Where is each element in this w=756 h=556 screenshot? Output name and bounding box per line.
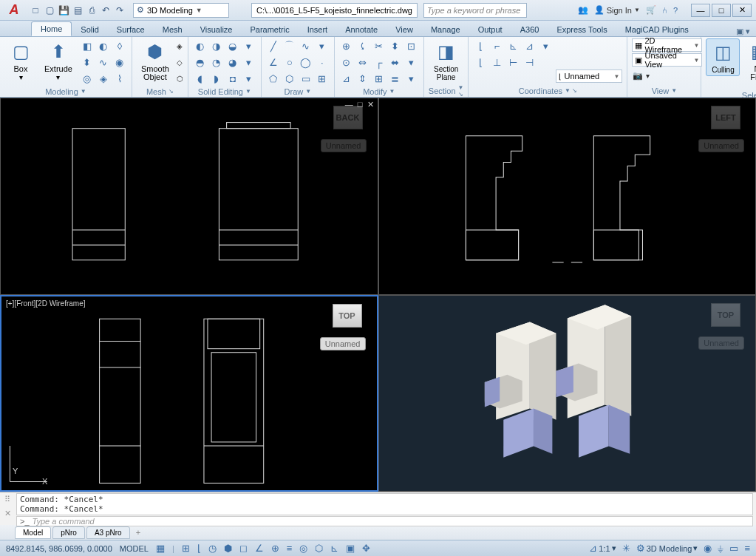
- intersect-icon[interactable]: ◈: [96, 71, 111, 86]
- ortho-icon[interactable]: ⌊: [197, 543, 201, 554]
- saveas-icon[interactable]: ▤: [72, 4, 84, 16]
- polar-icon[interactable]: ◷: [208, 543, 217, 554]
- dyn-icon[interactable]: ⊕: [271, 543, 279, 554]
- open-icon[interactable]: ▢: [44, 4, 55, 16]
- cycle-icon[interactable]: ◎: [299, 543, 307, 554]
- workspace-label: 3D Modeling: [147, 6, 193, 15]
- print-icon[interactable]: ⎙: [86, 4, 98, 16]
- smooth-button[interactable]: ⬢Smooth Object: [137, 38, 174, 83]
- close-button[interactable]: ✕: [732, 4, 752, 17]
- a360-icon[interactable]: ⑃: [662, 6, 667, 15]
- iso-icon[interactable]: ⬢: [224, 543, 232, 554]
- add-layout-button[interactable]: +: [132, 526, 145, 538]
- workspace-dropdown[interactable]: ⚙ 3D Modeling ▼: [133, 3, 229, 18]
- tab-magicad[interactable]: MagiCAD Plugins: [616, 23, 698, 36]
- model-toggle[interactable]: MODEL: [120, 544, 149, 553]
- viewport-bottom-right[interactable]: TOP Unnamed: [378, 295, 757, 492]
- search-input[interactable]: Type a keyword or phrase: [423, 3, 527, 18]
- lw-icon[interactable]: ≡: [287, 543, 293, 554]
- section-plane-button[interactable]: ◨Section Plane: [429, 38, 464, 83]
- union-icon[interactable]: ◉: [112, 55, 127, 70]
- view-camera[interactable]: 📷▾: [632, 68, 702, 83]
- svg-rect-4: [227, 123, 290, 129]
- command-line: ⠿ ✕ Command: *Cancel* Command: *Cancel* …: [0, 492, 756, 525]
- tab-pnro[interactable]: pNro: [52, 526, 85, 539]
- maximize-button[interactable]: □: [712, 4, 731, 17]
- scale-display[interactable]: ⊿ 1:1 ▾: [589, 543, 616, 554]
- presspull-icon[interactable]: ⬍: [80, 55, 95, 70]
- clean-icon[interactable]: ▭: [729, 543, 738, 554]
- revolve-icon[interactable]: ◐: [96, 38, 111, 53]
- extrude-button[interactable]: ⬆Extrude▾: [40, 38, 77, 83]
- viewport-bottom-left[interactable]: [+][Front][2D Wireframe] TOP Unnamed Y X: [0, 295, 378, 492]
- coord-tools: ⌊⌐⊾⊿▾ ⌊⊥⊢⊣: [473, 38, 553, 70]
- culling-button[interactable]: ◫Culling: [706, 38, 740, 76]
- svg-rect-8: [593, 230, 638, 260]
- visual-style-dropdown[interactable]: ▦2D Wireframe▼: [632, 38, 702, 52]
- tab-visualize[interactable]: Visualize: [191, 23, 242, 36]
- track-icon[interactable]: ∠: [255, 543, 264, 554]
- infocenter-icon[interactable]: 👥: [578, 5, 588, 15]
- panel-mesh: ⬢Smooth Object ◈ ◇ ⬡ Mesh ↘: [132, 37, 188, 97]
- minimize-button[interactable]: —: [691, 4, 710, 17]
- box-icon: ▢: [9, 40, 33, 64]
- svg-marker-25: [533, 408, 551, 453]
- tab-solid[interactable]: Solid: [72, 23, 107, 36]
- ucs-dropdown[interactable]: ⌊ Unnamed▼: [556, 70, 622, 83]
- tab-surface[interactable]: Surface: [108, 23, 154, 36]
- tab-insert[interactable]: Insert: [299, 23, 337, 36]
- tab-a360[interactable]: A360: [511, 23, 548, 36]
- tab-a3pnro[interactable]: A3 pNro: [86, 526, 130, 539]
- iso-toggle[interactable]: ⏚: [718, 543, 723, 554]
- snap-icon[interactable]: ⊞: [182, 543, 190, 554]
- annoscale-icon[interactable]: ✳: [622, 543, 630, 554]
- ribbon-tabstrip: Home Solid Surface Mesh Visualize Parame…: [0, 21, 756, 37]
- cmd-handle-icon[interactable]: ⠿: [2, 495, 13, 504]
- nofilter-button[interactable]: ▦No Filter▾: [743, 38, 756, 91]
- perf-icon[interactable]: ◉: [704, 543, 712, 554]
- redo-icon[interactable]: ↷: [114, 4, 126, 16]
- new-icon[interactable]: □: [30, 4, 41, 16]
- tab-mesh[interactable]: Mesh: [154, 23, 191, 36]
- command-input[interactable]: >_ Type a command: [16, 516, 753, 526]
- tab-output[interactable]: Output: [469, 23, 511, 36]
- 3dosnap-icon[interactable]: ⬡: [315, 543, 323, 554]
- ducs-icon[interactable]: ⊾: [330, 543, 338, 554]
- mesh-tool-3[interactable]: ⬡: [177, 71, 183, 86]
- ribbon-options-icon[interactable]: ▣ ▾: [730, 27, 756, 36]
- cmd-close-icon[interactable]: ✕: [2, 509, 13, 518]
- grid-icon[interactable]: ▦: [156, 543, 165, 554]
- sel-icon[interactable]: ▣: [346, 543, 355, 554]
- polysolid-icon[interactable]: ◧: [80, 38, 95, 53]
- mesh-tool-2[interactable]: ◇: [177, 55, 183, 70]
- sweep-icon[interactable]: ∿: [96, 55, 111, 70]
- box-button[interactable]: ▢Box▾: [4, 38, 37, 83]
- custom-icon[interactable]: ≡: [744, 543, 750, 554]
- tab-model[interactable]: Model: [15, 526, 51, 539]
- tab-home[interactable]: Home: [31, 21, 72, 36]
- mesh-tool-1[interactable]: ◈: [177, 38, 183, 53]
- tab-annotate[interactable]: Annotate: [336, 23, 386, 36]
- undo-icon[interactable]: ↶: [100, 4, 112, 16]
- viewport-top-left[interactable]: —□✕ BACK Unnamed: [0, 98, 378, 295]
- saved-view-dropdown[interactable]: ▣Unsaved View▼: [632, 53, 702, 67]
- document-tab[interactable]: C:\...\0016_L5-F5_kojeisto_finnelectric.…: [251, 3, 418, 18]
- save-icon[interactable]: 💾: [58, 4, 69, 16]
- help-icon[interactable]: ?: [673, 6, 678, 15]
- panel-solid-editing: ◐◑◒▾ ◓◔◕▾ ◖◗◘▾ Solid Editing ▼: [188, 37, 262, 97]
- loft-icon[interactable]: ◊: [112, 38, 127, 53]
- ws-display[interactable]: ⚙ 3D Modeling ▾: [636, 543, 698, 554]
- command-history: Command: *Cancel* Command: *Cancel*: [16, 493, 753, 515]
- tab-parametric[interactable]: Parametric: [241, 23, 298, 36]
- osnap-icon[interactable]: ◻: [239, 543, 248, 554]
- subtract-icon[interactable]: ◎: [80, 71, 95, 86]
- helix-icon[interactable]: ⌇: [112, 71, 127, 86]
- viewport-top-right[interactable]: LEFT Unnamed: [378, 98, 757, 295]
- tab-express[interactable]: Express Tools: [548, 23, 616, 36]
- app-logo[interactable]: A: [4, 1, 24, 19]
- exchange-icon[interactable]: 🛒: [646, 5, 656, 15]
- tab-view[interactable]: View: [386, 23, 422, 36]
- signin-button[interactable]: 👤 Sign In ▼: [594, 5, 640, 15]
- tab-manage[interactable]: Manage: [422, 23, 469, 36]
- gizmo-icon[interactable]: ✥: [362, 543, 370, 554]
